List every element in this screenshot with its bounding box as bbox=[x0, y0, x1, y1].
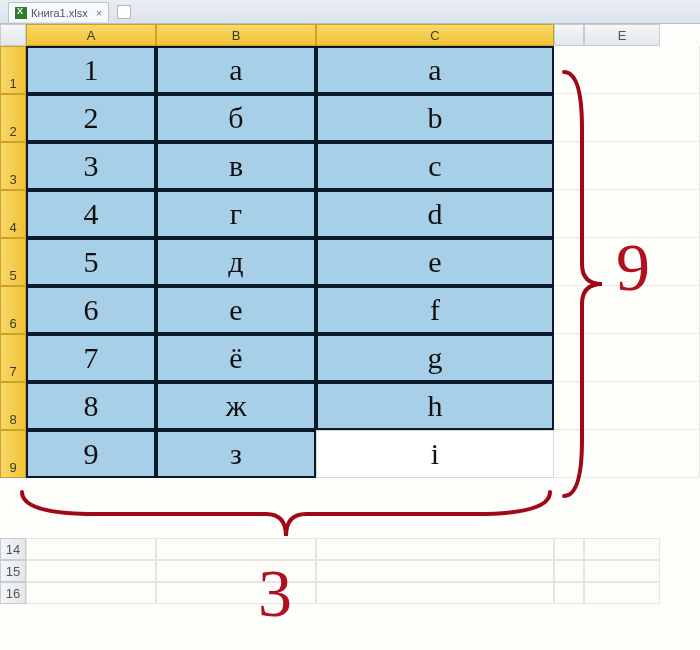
workbook-tab-label: Книга1.xlsx bbox=[31, 7, 88, 19]
cell-A9[interactable]: 9 bbox=[26, 430, 156, 478]
row-header-15[interactable]: 15 bbox=[0, 560, 26, 582]
row-header-2[interactable]: 2 bbox=[0, 94, 26, 142]
row-header-4[interactable]: 4 bbox=[0, 190, 26, 238]
cell-A6[interactable]: 6 bbox=[26, 286, 156, 334]
col-header-A[interactable]: A bbox=[26, 24, 156, 46]
cell-B2[interactable]: б bbox=[156, 94, 316, 142]
cell-blank[interactable] bbox=[26, 560, 156, 582]
cell-blank[interactable] bbox=[554, 560, 584, 582]
cell-C5[interactable]: e bbox=[316, 238, 554, 286]
cell-B1[interactable]: а bbox=[156, 46, 316, 94]
cell-blank[interactable] bbox=[26, 582, 156, 604]
cell-C2[interactable]: b bbox=[316, 94, 554, 142]
col-header-C[interactable]: C bbox=[316, 24, 554, 46]
cell-A5[interactable]: 5 bbox=[26, 238, 156, 286]
cell-blank[interactable] bbox=[156, 560, 316, 582]
col-header-D[interactable] bbox=[554, 24, 584, 46]
cell-A1[interactable]: 1 bbox=[26, 46, 156, 94]
cell-blank[interactable] bbox=[584, 560, 660, 582]
cols-count-label: 3 bbox=[258, 554, 292, 633]
excel-icon bbox=[15, 7, 27, 19]
row-header-16[interactable]: 16 bbox=[0, 582, 26, 604]
cell-A8[interactable]: 8 bbox=[26, 382, 156, 430]
cell-A7[interactable]: 7 bbox=[26, 334, 156, 382]
rows-brace-annotation bbox=[558, 68, 608, 500]
rows-count-label: 9 bbox=[616, 228, 650, 307]
col-header-B[interactable]: B bbox=[156, 24, 316, 46]
cell-C1[interactable]: a bbox=[316, 46, 554, 94]
cell-blank[interactable] bbox=[554, 538, 584, 560]
row-header-8[interactable]: 8 bbox=[0, 382, 26, 430]
cols-brace-annotation bbox=[16, 486, 556, 550]
cell-A2[interactable]: 2 bbox=[26, 94, 156, 142]
cell-A4[interactable]: 4 bbox=[26, 190, 156, 238]
new-document-icon[interactable] bbox=[117, 5, 131, 19]
cell-C4[interactable]: d bbox=[316, 190, 554, 238]
cell-B4[interactable]: г bbox=[156, 190, 316, 238]
cell-C3[interactable]: c bbox=[316, 142, 554, 190]
cell-B7[interactable]: ё bbox=[156, 334, 316, 382]
window-chrome: Книга1.xlsx × bbox=[0, 0, 700, 24]
row-header-7[interactable]: 7 bbox=[0, 334, 26, 382]
cell-C8[interactable]: h bbox=[316, 382, 554, 430]
workbook-tab[interactable]: Книга1.xlsx × bbox=[8, 2, 109, 22]
column-headers: A B C E bbox=[0, 24, 700, 46]
cell-blank[interactable] bbox=[316, 582, 554, 604]
cell-C9[interactable]: i bbox=[316, 430, 554, 478]
cell-B9[interactable]: з bbox=[156, 430, 316, 478]
cell-blank[interactable] bbox=[156, 582, 316, 604]
cell-C7[interactable]: g bbox=[316, 334, 554, 382]
cell-blank[interactable] bbox=[316, 560, 554, 582]
cell-B6[interactable]: е bbox=[156, 286, 316, 334]
row-header-1[interactable]: 1 bbox=[0, 46, 26, 94]
col-header-E[interactable]: E bbox=[584, 24, 660, 46]
row-header-9[interactable]: 9 bbox=[0, 430, 26, 478]
spreadsheet-area: A B C E 1 2 3 4 5 6 7 8 9 14 15 16 1 а a… bbox=[0, 24, 700, 46]
cell-blank[interactable] bbox=[554, 582, 584, 604]
cell-B3[interactable]: в bbox=[156, 142, 316, 190]
cell-C6[interactable]: f bbox=[316, 286, 554, 334]
cell-B5[interactable]: д bbox=[156, 238, 316, 286]
select-all-corner[interactable] bbox=[0, 24, 26, 46]
cell-B8[interactable]: ж bbox=[156, 382, 316, 430]
close-icon[interactable]: × bbox=[96, 7, 102, 19]
cell-blank[interactable] bbox=[584, 538, 660, 560]
row-header-3[interactable]: 3 bbox=[0, 142, 26, 190]
cell-A3[interactable]: 3 bbox=[26, 142, 156, 190]
cell-grid: 1 а a 2 б b 3 в c 4 г d 5 д e 6 е f bbox=[26, 46, 554, 478]
row-header-6[interactable]: 6 bbox=[0, 286, 26, 334]
document-tabbar: Книга1.xlsx × bbox=[8, 2, 131, 22]
row-header-5[interactable]: 5 bbox=[0, 238, 26, 286]
cell-blank[interactable] bbox=[584, 582, 660, 604]
